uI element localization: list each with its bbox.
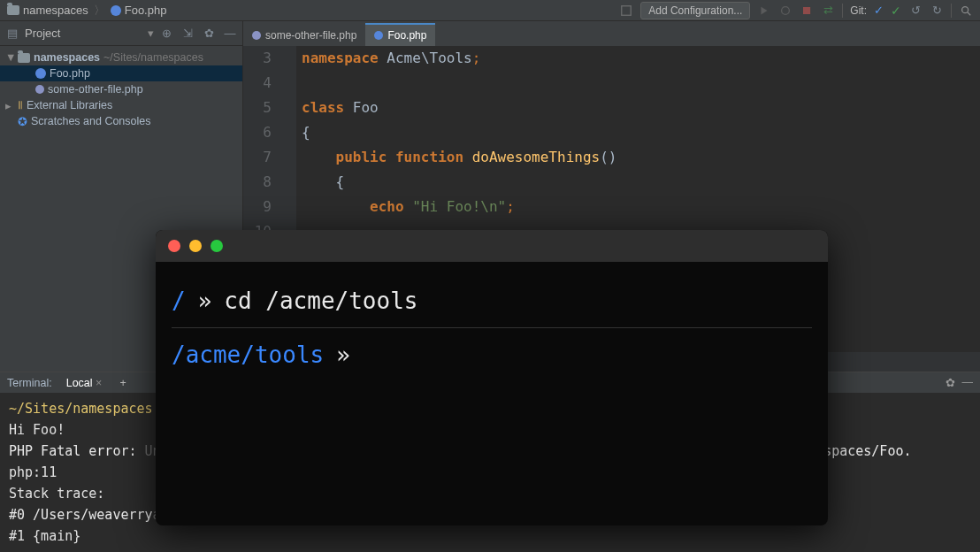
breadcrumb-file[interactable]: Foo.php [111, 4, 167, 17]
tree-file-label: some-other-file.php [48, 83, 143, 96]
run-icon[interactable] [757, 4, 771, 18]
overlay-prompt: » [336, 337, 350, 372]
svg-rect-0 [622, 5, 632, 15]
close-icon[interactable] [168, 240, 180, 252]
overlay-cmd: cd /acme/tools [224, 283, 417, 318]
php-file-icon [252, 31, 261, 40]
tree-root-name: namespaces [34, 51, 100, 64]
breadcrumb-separator: 〉 [94, 3, 105, 19]
maximize-icon[interactable] [211, 240, 223, 252]
gear-icon[interactable]: ✿ [202, 27, 216, 41]
tree-scratches-label: Scratches and Consoles [31, 115, 151, 127]
hide-icon[interactable]: — [223, 27, 237, 41]
floating-terminal: / » cd /acme/tools /acme/tools » [156, 230, 828, 525]
folder-icon [7, 5, 19, 15]
tree-root[interactable]: ▼ namespaces ~/Sites/namespaces [0, 50, 242, 65]
floating-terminal-body[interactable]: / » cd /acme/tools /acme/tools » [156, 262, 828, 394]
overlay-prompt: » [198, 283, 212, 318]
git-update-icon[interactable]: ✓ [874, 4, 884, 17]
revert-icon[interactable]: ↻ [930, 4, 944, 18]
project-title[interactable]: Project [25, 27, 142, 40]
tree-external-libraries[interactable]: ▸ ⫴ External Libraries [0, 97, 242, 113]
library-icon: ⫴ [18, 99, 23, 112]
add-configuration-button[interactable]: Add Configuration... [640, 2, 750, 19]
search-icon[interactable] [959, 4, 973, 18]
folder-icon [18, 53, 30, 63]
overlay-path: / [172, 283, 186, 318]
history-icon[interactable]: ↺ [908, 4, 923, 18]
terminal-cwd: ~/Sites/namespaces [9, 401, 153, 417]
tab-label: some-other-file.php [265, 29, 356, 42]
top-toolbar: namespaces 〉 Foo.php Add Configuration..… [0, 0, 980, 21]
terminal-title: Terminal: [7, 377, 52, 389]
svg-line-3 [968, 12, 971, 15]
editor-tabs: some-other-file.php Foo.php [243, 21, 980, 46]
breadcrumb-root[interactable]: namespaces [7, 4, 88, 17]
minimize-icon[interactable] [189, 240, 202, 252]
tree-file-other[interactable]: some-other-file.php [0, 81, 242, 97]
php-file-icon [35, 85, 44, 94]
php-file-icon [374, 31, 383, 40]
breadcrumb: namespaces 〉 Foo.php [7, 3, 614, 19]
tab-label: Foo.php [387, 29, 426, 42]
svg-point-2 [962, 6, 969, 12]
divider [842, 4, 843, 18]
php-file-icon [35, 68, 46, 79]
gear-icon[interactable]: ✿ [946, 376, 955, 389]
terminal-tab-local[interactable]: Local × [61, 375, 108, 391]
scratch-icon: ✪ [18, 115, 27, 128]
php-file-icon [111, 5, 121, 16]
tree-scratches[interactable]: ✪ Scratches and Consoles [0, 113, 242, 129]
project-header: ▤ Project ▾ ⊕ ⇲ ✿ — [0, 21, 242, 46]
tab-foo[interactable]: Foo.php [365, 23, 435, 46]
tree-file-label: Foo.php [50, 67, 90, 80]
floating-terminal-titlebar[interactable] [156, 230, 828, 262]
tree-external-label: External Libraries [27, 99, 112, 111]
listen-icon[interactable]: ⇄ [821, 4, 835, 18]
expand-icon[interactable]: ⇲ [180, 27, 195, 41]
stop-icon[interactable]: ⏹ [800, 4, 814, 18]
tree-root-path: ~/Sites/namespaces [103, 51, 203, 64]
divider [951, 4, 952, 18]
overlay-path: /acme/tools [172, 337, 324, 372]
hide-icon[interactable]: — [962, 376, 974, 389]
tree-file-foo[interactable]: Foo.php [0, 65, 242, 81]
breadcrumb-root-label: namespaces [23, 4, 88, 17]
project-view-icon[interactable]: ▤ [5, 27, 19, 41]
debug-icon[interactable] [778, 4, 792, 18]
git-label: Git: [850, 4, 867, 17]
git-commit-icon[interactable]: ✓ [891, 4, 901, 18]
svg-point-1 [782, 6, 790, 14]
breadcrumb-file-label: Foo.php [125, 4, 167, 17]
build-icon[interactable] [619, 4, 633, 18]
project-tree: ▼ namespaces ~/Sites/namespaces Foo.php … [0, 46, 242, 129]
tab-some-other-file[interactable]: some-other-file.php [243, 23, 365, 46]
locate-icon[interactable]: ⊕ [159, 27, 173, 41]
toolbar-right: Add Configuration... ⏹ ⇄ Git: ✓ ✓ ↺ ↻ [619, 2, 973, 19]
terminal-add-tab[interactable]: + [116, 377, 129, 389]
